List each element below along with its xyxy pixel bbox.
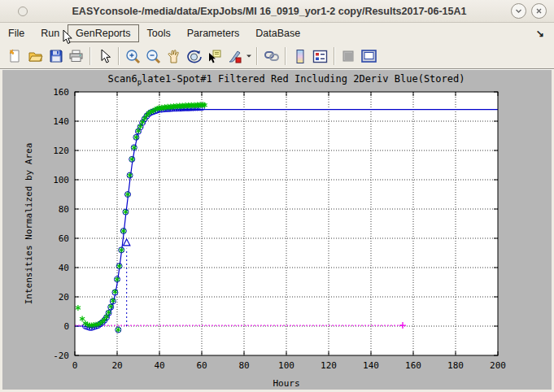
svg-text:60: 60: [196, 360, 207, 371]
svg-text:140: 140: [363, 360, 379, 371]
svg-text:20: 20: [111, 360, 122, 371]
svg-text:0: 0: [63, 321, 69, 332]
data-cursor-icon[interactable]: [204, 46, 225, 66]
zoom-out-icon[interactable]: [143, 46, 164, 66]
window-title: EASYconsole-/media/data/ExpJobs/MI 16_09…: [28, 6, 511, 17]
svg-text:120: 120: [53, 146, 69, 156]
titlebar[interactable]: EASYconsole-/media/data/ExpJobs/MI 16_09…: [0, 0, 554, 23]
chevron-down-icon: [514, 7, 523, 15]
window-controls: [511, 3, 547, 19]
menubar: File Run GenReports Tools Parameters Dat…: [0, 23, 554, 44]
new-file-icon[interactable]: [5, 46, 25, 66]
svg-text:100: 100: [53, 175, 69, 185]
svg-text:20: 20: [59, 292, 69, 303]
toolbar-separator: [285, 47, 286, 65]
legend-icon[interactable]: [310, 46, 330, 66]
open-file-icon[interactable]: [25, 46, 46, 66]
brush-icon[interactable]: [225, 46, 245, 66]
svg-text:80: 80: [238, 360, 249, 371]
svg-text:140: 140: [53, 116, 69, 127]
rotate-3d-icon[interactable]: [184, 46, 204, 66]
menu-item-file[interactable]: File: [0, 24, 33, 42]
svg-text:80: 80: [59, 204, 69, 215]
edit-arrow-icon[interactable]: [94, 46, 115, 66]
toolbar-separator: [256, 47, 258, 65]
growth-curve-chart[interactable]: 020406080100120140160180200-200204060801…: [2, 70, 552, 390]
svg-text:100: 100: [278, 360, 294, 371]
zoom-in-icon[interactable]: [123, 46, 143, 66]
x-axis-label: Hours: [273, 378, 299, 389]
brush-dropdown-caret[interactable]: [245, 46, 253, 66]
svg-text:40: 40: [154, 360, 164, 371]
figure-canvas: 020406080100120140160180200-200204060801…: [2, 70, 552, 390]
svg-text:200: 200: [490, 360, 506, 371]
menu-item-parameters[interactable]: Parameters: [179, 24, 248, 42]
svg-text:40: 40: [59, 263, 69, 273]
save-icon[interactable]: [46, 46, 66, 66]
toolbar-separator: [89, 47, 91, 65]
hide-plot-tools-icon[interactable]: [338, 46, 359, 66]
print-icon[interactable]: [66, 46, 86, 66]
toolbar-separator: [118, 47, 120, 65]
menu-item-tools[interactable]: Tools: [139, 24, 179, 42]
svg-text:0: 0: [72, 360, 78, 371]
toolbar: [0, 44, 554, 69]
svg-text:-20: -20: [53, 351, 69, 361]
menu-item-database[interactable]: DataBase: [247, 24, 308, 42]
svg-text:160: 160: [53, 87, 69, 98]
link-plots-icon[interactable]: [261, 46, 281, 66]
menu-item-genreports[interactable]: GenReports: [68, 24, 138, 42]
close-button[interactable]: [531, 3, 547, 19]
svg-text:160: 160: [405, 360, 421, 371]
dock-figure-icon[interactable]: [359, 46, 379, 66]
chart-title: Scan6plate1-Spot#1 Filtered Red Includin…: [108, 73, 465, 86]
close-icon: [534, 7, 543, 15]
y-axis-label: Intensities Normalized by Area: [24, 143, 34, 305]
menu-overflow-arrow-icon[interactable]: ↘: [536, 28, 544, 39]
toolbar-separator: [334, 47, 335, 65]
svg-text:180: 180: [447, 360, 464, 371]
pan-icon[interactable]: [164, 46, 184, 66]
rollup-button[interactable]: [511, 3, 526, 19]
menu-item-run[interactable]: Run: [33, 24, 68, 42]
svg-text:60: 60: [59, 233, 69, 244]
svg-text:120: 120: [321, 360, 337, 371]
colorbar-icon[interactable]: [290, 46, 310, 66]
window-menu-button[interactable]: [18, 7, 28, 16]
